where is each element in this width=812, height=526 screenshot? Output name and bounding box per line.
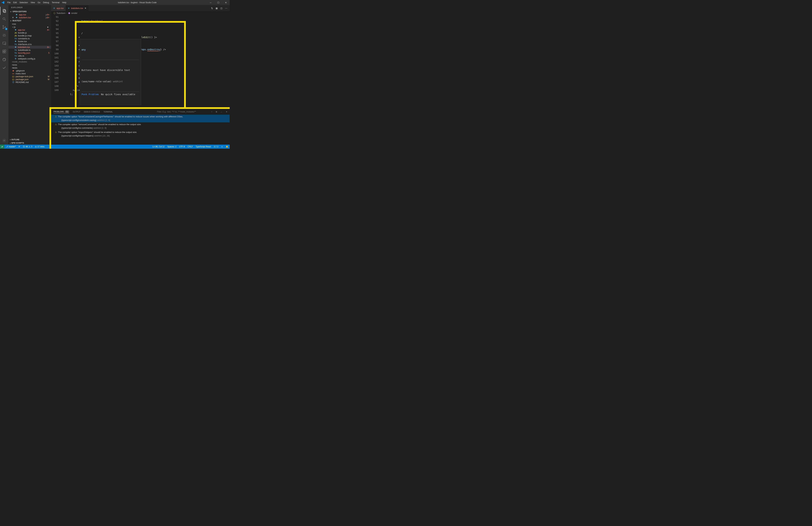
tree-item[interactable]: <> index.html (9, 72, 51, 75)
maximize-button[interactable]: ☐ (215, 1, 222, 4)
tree-item[interactable]: TS tsconfig.json 5 (9, 52, 51, 54)
activity-remote[interactable] (0, 39, 9, 47)
js-icon: JS (14, 32, 17, 34)
tree-item[interactable]: js ● (9, 25, 51, 28)
menu-terminal[interactable]: Terminal (50, 1, 61, 4)
tree-item[interactable]: ⓘ README.md (9, 81, 51, 84)
indent-status[interactable]: Spaces: 2 (166, 145, 178, 148)
close-button[interactable]: ✕ (222, 1, 230, 4)
section-workspace[interactable]: BUGTEST (9, 19, 51, 23)
activity-debug[interactable] (0, 31, 9, 39)
collapse-icon[interactable]: ⧉ (216, 111, 217, 113)
activity-settings[interactable] (0, 136, 9, 145)
split-icon[interactable]: ◫ (220, 7, 222, 10)
hover-message: Buttons must have discernible text (82, 68, 139, 72)
breadcrumb-item[interactable]: TodoItem (56, 12, 66, 14)
tree-item[interactable]: ⚙ webpack.config.js (9, 57, 51, 60)
close-icon[interactable]: ✕ (12, 16, 14, 19)
problems-filter-input[interactable] (157, 111, 208, 113)
menu-file[interactable]: File (6, 1, 12, 4)
chevron-up-icon[interactable]: ︿ (220, 111, 222, 113)
tab-app[interactable]: ⚛ app.tsx (51, 5, 66, 11)
menu-go[interactable]: Go (36, 1, 42, 4)
peek-problem-link[interactable]: Peek Problem (82, 92, 99, 96)
tree-item[interactable]: scss (9, 63, 51, 66)
ts-version[interactable]: 3.7.3 (213, 145, 220, 148)
git-branch[interactable]: ⎇master* (4, 145, 17, 148)
problem-row[interactable]: ⚠ The compiler option "removeComments" s… (51, 122, 230, 126)
html-icon: <> (12, 73, 15, 75)
tree-item[interactable]: TS interfaces.d.ts (9, 43, 51, 46)
tree-item[interactable]: { } package-lock.json M (9, 75, 51, 78)
activity-edge[interactable] (0, 56, 9, 64)
problem-row[interactable]: ⚠ The compiler option "forceConsistentCa… (51, 115, 230, 119)
tree-item[interactable]: JS bundle.js (9, 31, 51, 34)
hover-tooltip: any Buttons must have discernible text (… (79, 39, 141, 105)
section-open-editors[interactable]: OPEN EDITORS (9, 10, 51, 13)
react-icon: ⚛ (14, 29, 17, 31)
tree-item[interactable]: { } package.json M (9, 78, 51, 81)
remote-button[interactable]: ⇄ (0, 145, 4, 149)
tree-item[interactable]: node_modules (9, 60, 51, 63)
git-icon: ◈ (12, 70, 15, 72)
tree-item[interactable]: JS bundle.js.map (9, 34, 51, 37)
panel-tab-debug[interactable]: DEBUG CONSOLE (84, 111, 100, 113)
cursor-position[interactable]: Ln 98, Col 12 (151, 145, 166, 148)
problem-detail: (typescript-config/import-helpers) webhi… (51, 134, 230, 138)
tab-bar: ⚛ app.tsx ⚛ todoItem.tsx ✕ ⇅ ▦ ◫ ⋯ (51, 5, 230, 11)
problem-row[interactable]: ⚠ The compiler option "importHelpers" sh… (51, 130, 230, 134)
problems-status[interactable]: ⓧ48 ⚠3 (21, 145, 33, 148)
file-label: webpack.config.js (18, 57, 49, 60)
tab-label: app.tsx (57, 7, 64, 10)
filter-icon[interactable]: ⑂ (211, 111, 213, 113)
tree-item[interactable]: TS constants.ts (9, 37, 51, 40)
svg-point-2 (3, 18, 5, 20)
editor[interactable]: 9192939495969798991001011021031041051061… (51, 15, 230, 109)
panel-tab-terminal[interactable]: TERMINAL (103, 111, 113, 113)
grid-icon[interactable]: ▦ (216, 7, 218, 10)
close-icon[interactable]: ✕ (85, 7, 86, 10)
tree-item[interactable]: ◈ .gitignore (9, 69, 51, 72)
language-status[interactable]: TypeScript React (194, 145, 213, 148)
sync-button[interactable]: ⟳ (17, 145, 21, 148)
eol-status[interactable]: CRLF (186, 145, 194, 148)
panel-tab-problems[interactable]: PROBLEMS 51 (54, 111, 69, 113)
tree-item[interactable]: ⚛ app.tsx 9+ (9, 28, 51, 31)
open-editor-item[interactable]: ⚛ app.tsx js 9+ (9, 13, 51, 16)
close-panel-icon[interactable]: ✕ (226, 111, 227, 113)
tab-todoitem[interactable]: ⚛ todoItem.tsx ✕ (66, 5, 88, 11)
activity-explorer[interactable] (0, 7, 9, 15)
breadcrumb[interactable]: ⬡ TodoItem › ⬢ render (51, 11, 230, 15)
tree-item[interactable]: css (9, 23, 51, 25)
menu-debug[interactable]: Debug (42, 1, 50, 4)
encoding-status[interactable]: UTF-8 (178, 145, 186, 148)
breadcrumb-item[interactable]: render (71, 12, 77, 14)
activity-scm[interactable]: 3 (0, 23, 9, 31)
tree-item[interactable]: ⚛ footer.tsx (9, 40, 51, 43)
section-outline[interactable]: OUTLINE (9, 138, 51, 141)
tree-item[interactable]: ⚛ todoItem.tsx 9+ (9, 46, 51, 48)
activity-extensions[interactable] (0, 47, 9, 56)
open-editor-item[interactable]: ✕⚛ todoItem.tsx js 9+ (9, 16, 51, 19)
panel-tab-output[interactable]: OUTPUT (73, 111, 80, 113)
activity-check[interactable] (0, 64, 9, 72)
tree-item[interactable]: TS todoModel.ts (9, 48, 51, 52)
notifications-icon[interactable]: 🔔 (224, 145, 230, 148)
tree-item[interactable]: TS utils.ts (9, 54, 51, 57)
feedback-icon[interactable]: ☺ (220, 145, 224, 148)
menu-help[interactable]: Help (61, 1, 68, 4)
compare-icon[interactable]: ⇅ (211, 7, 213, 10)
code-content[interactable]: type="checkbox" / < leEdit() }> < <butto… (61, 15, 230, 109)
time-tracker[interactable]: ◷17 mins (33, 145, 46, 148)
more-icon[interactable]: ⋯ (225, 7, 227, 10)
error-icon: ⓧ (23, 145, 25, 148)
file-label: bundle.js.map (18, 34, 49, 37)
menu-view[interactable]: View (29, 1, 36, 4)
section-npm[interactable]: NPM SCRIPTS (9, 141, 51, 145)
menu-selection[interactable]: Selection (18, 1, 29, 4)
minimize-button[interactable]: ─ (207, 1, 215, 4)
tree-item[interactable]: tests (9, 66, 51, 69)
menu-edit[interactable]: Edit (12, 1, 18, 4)
ts-icon: TS (14, 38, 17, 40)
activity-search[interactable] (0, 15, 9, 23)
